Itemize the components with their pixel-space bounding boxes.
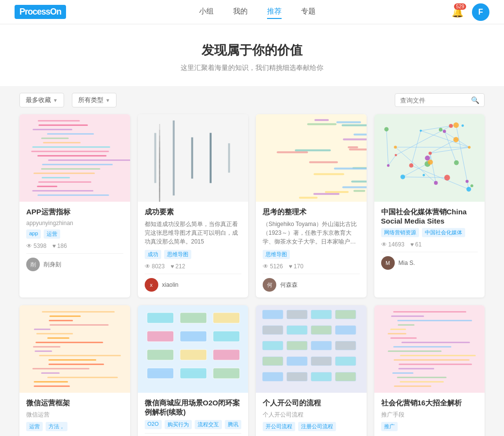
search-input[interactable] (400, 97, 468, 104)
svg-rect-162 (399, 364, 472, 365)
svg-rect-163 (398, 368, 434, 369)
svg-rect-41 (348, 146, 358, 148)
svg-rect-44 (299, 197, 318, 199)
svg-rect-16 (32, 190, 93, 192)
logo[interactable]: ProcessOn (15, 5, 66, 19)
tag[interactable]: 运营 (26, 422, 43, 431)
svg-rect-155 (387, 333, 406, 334)
heart-icon: ♥ (170, 263, 174, 270)
main-nav: 小组 我的 推荐 专题 (199, 5, 316, 19)
tag[interactable]: 购买行为 (165, 420, 192, 429)
svg-rect-130 (263, 310, 283, 319)
svg-point-85 (400, 174, 405, 179)
eye-icon: 👁 (381, 241, 387, 248)
svg-rect-34 (159, 188, 160, 202)
tag[interactable]: 注册公司流程 (298, 422, 336, 431)
avatar-button[interactable]: F (472, 3, 489, 21)
svg-rect-9 (48, 159, 130, 161)
search-icon[interactable]: 🔍 (471, 96, 479, 104)
sort-filter[interactable]: 最多收藏 ▼ (19, 93, 64, 107)
tag[interactable]: 方法， (46, 422, 67, 431)
notification-button[interactable]: 🔔 529 (449, 3, 466, 21)
svg-rect-126 (213, 349, 239, 360)
card-footer: 我我的process on处女座 (145, 433, 242, 436)
svg-rect-101 (50, 315, 81, 317)
tag[interactable]: 成功 (145, 250, 161, 259)
card-item[interactable]: 社会化营销16大招全解析推广手段推广👁 3712♥ 141元元 (374, 305, 485, 436)
svg-rect-48 (334, 168, 367, 170)
svg-point-96 (454, 160, 459, 165)
card-author: 推广手段 (381, 411, 478, 419)
card-tags: 开公司流程注册公司流程 (263, 422, 360, 431)
svg-rect-166 (400, 381, 444, 383)
svg-rect-142 (263, 357, 283, 366)
svg-rect-110 (39, 355, 121, 356)
svg-point-97 (394, 146, 397, 149)
svg-rect-146 (263, 372, 283, 381)
svg-rect-42 (342, 186, 367, 188)
sort-label: 最多收藏 (26, 96, 51, 105)
svg-point-91 (470, 184, 473, 187)
svg-rect-3 (47, 133, 94, 135)
card-item[interactable]: 个人开公司的流程个人开公司流程开公司流程注册公司流程 (256, 305, 367, 436)
svg-rect-120 (213, 313, 239, 323)
tag[interactable]: 推广 (381, 422, 398, 431)
card-item[interactable]: 微信运营框架微信运营运营方法，👁 4330♥ 116村村建飞 (19, 305, 130, 436)
nav-item-topic[interactable]: 专题 (301, 5, 316, 19)
card-item[interactable]: APP运营指标appyunyingzhinanapp运营👁 5398♥ 186削… (19, 114, 130, 297)
svg-rect-148 (311, 372, 332, 381)
card-item[interactable]: 思考的整理术（Shigehiko Toyama）外山滋比古比（1923～）著，任… (256, 114, 367, 297)
svg-rect-167 (394, 385, 431, 387)
svg-rect-161 (393, 359, 469, 361)
svg-rect-8 (37, 155, 106, 157)
author-name: 何森森 (280, 281, 298, 289)
svg-rect-102 (49, 320, 73, 321)
svg-rect-5 (43, 142, 81, 143)
svg-point-94 (386, 164, 389, 167)
svg-rect-105 (36, 333, 73, 334)
card-thumbnail (256, 114, 367, 202)
tag[interactable]: 网络营销资源 (381, 228, 419, 237)
svg-rect-19 (172, 121, 174, 195)
tag[interactable]: 思维导图 (164, 250, 191, 259)
card-thumbnail (19, 305, 130, 393)
author-avatar: 何 (263, 278, 276, 292)
tag[interactable]: 运营 (44, 229, 60, 239)
tag[interactable]: O2O (145, 420, 162, 429)
svg-rect-125 (180, 349, 206, 360)
tag[interactable]: 中国社会化媒体 (422, 228, 465, 237)
card-body: 中国社会化媒体营销China Social Media Sites网络营销资源中… (374, 202, 485, 276)
card-desc: （Shigehiko Toyama）外山滋比古比（1923～）著，任教于东京教育… (263, 220, 360, 246)
card-item[interactable]: 微信商城应用场景O2O闭环案例解析(续致)O2O购买行为流程交互腾讯我我的pro… (138, 305, 249, 436)
card-tags: 成功思维导图 (145, 250, 242, 259)
svg-rect-136 (311, 326, 332, 334)
svg-rect-12 (34, 173, 95, 174)
svg-rect-134 (263, 326, 283, 334)
card-body: 社会化营销16大招全解析推广手段推广👁 3712♥ 141元元 (374, 393, 485, 436)
card-stats: 👁 8023♥ 212 (145, 263, 242, 270)
card-body: APP运营指标appyunyingzhinanapp运营👁 5398♥ 186削… (19, 202, 130, 277)
tag[interactable]: 腾讯 (225, 420, 241, 429)
nav-item-recommend[interactable]: 推荐 (267, 5, 282, 19)
svg-rect-4 (41, 138, 69, 139)
card-item[interactable]: 中国社会化媒体营销China Social Media Sites网络营销资源中… (374, 114, 485, 297)
tag[interactable]: 流程交互 (195, 420, 222, 429)
type-filter[interactable]: 所有类型 ▼ (72, 93, 117, 107)
svg-rect-153 (398, 324, 414, 326)
tag[interactable]: app (26, 229, 41, 239)
svg-rect-104 (34, 329, 50, 330)
tag[interactable]: 开公司流程 (263, 422, 295, 431)
svg-rect-152 (397, 320, 472, 321)
svg-rect-17 (37, 194, 109, 196)
svg-point-98 (394, 154, 397, 157)
tag[interactable]: 思维导图 (263, 250, 290, 259)
svg-rect-111 (49, 359, 97, 361)
hero-title: 发现属于你的价值 (10, 42, 494, 59)
svg-rect-114 (41, 372, 60, 374)
card-thumbnail (374, 114, 485, 202)
card-body: 微信运营框架微信运营运营方法，👁 4330♥ 116村村建飞 (19, 393, 130, 436)
nav-item-group[interactable]: 小组 (199, 5, 214, 19)
nav-item-mine[interactable]: 我的 (233, 5, 248, 19)
card-item[interactable]: 成功要素都知道成功没那么简单，当你真正看完这张思维导图才真正可以明白，成功真没那… (138, 114, 249, 297)
svg-rect-124 (147, 349, 173, 360)
